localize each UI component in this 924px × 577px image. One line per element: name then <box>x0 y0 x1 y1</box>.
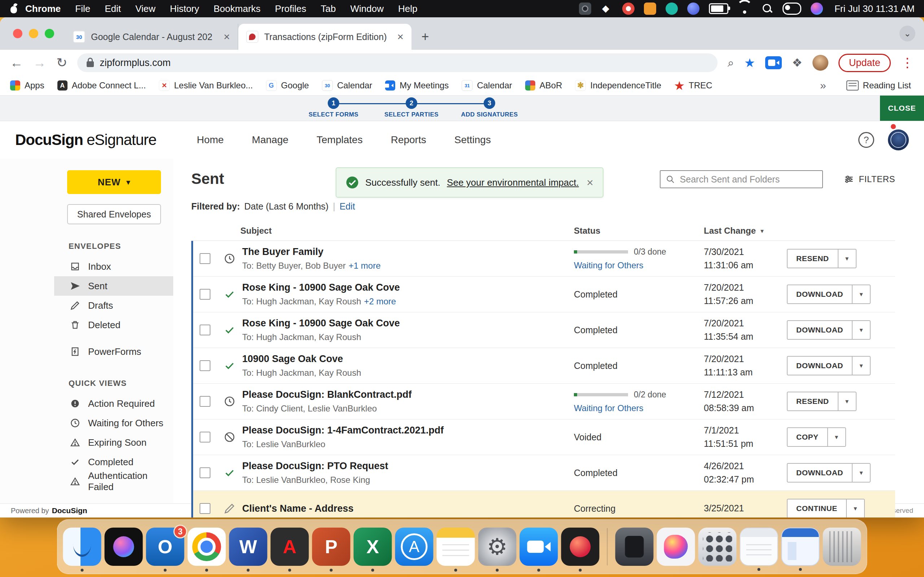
table-row[interactable]: Please DocuSign: 1-4FamContract.2021.pdf… <box>193 419 895 455</box>
app-store-dock-icon[interactable] <box>395 528 433 566</box>
facetime-dock-icon[interactable] <box>520 528 558 566</box>
nav-settings[interactable]: Settings <box>454 134 491 146</box>
row-checkbox[interactable] <box>200 360 210 371</box>
close-window-button[interactable] <box>13 29 23 38</box>
waiting-for-others-link[interactable]: Waiting for Others <box>574 403 704 413</box>
row-action-button-download[interactable]: DOWNLOAD <box>788 357 852 375</box>
chrome-dock-icon[interactable] <box>188 528 226 566</box>
wifi-icon[interactable] <box>738 3 751 15</box>
column-status[interactable]: Status <box>574 226 704 236</box>
search-input[interactable] <box>679 174 817 185</box>
bookmark-google[interactable]: Google <box>266 80 309 91</box>
edit-filter-link[interactable]: Edit <box>340 201 355 212</box>
bookmarks-overflow-icon[interactable]: » <box>820 79 826 92</box>
sidebar-item-powerforms[interactable]: PowerForms <box>54 342 173 361</box>
system-preferences-dock-icon[interactable] <box>478 528 517 566</box>
table-row[interactable]: Please DocuSign: PTO RequestTo: Leslie V… <box>193 455 895 491</box>
row-action-button-download[interactable]: DOWNLOAD <box>788 321 852 339</box>
reading-list-button[interactable]: Reading List <box>846 81 911 90</box>
toast-close-icon[interactable]: × <box>586 176 593 189</box>
bookmark-trec[interactable]: TREC <box>674 81 712 90</box>
teal-app-icon[interactable] <box>666 3 678 15</box>
environmental-impact-link[interactable]: See your environmental impact. <box>447 177 579 188</box>
table-row[interactable]: Rose King - 10900 Sage Oak CoveTo: Hugh … <box>193 277 895 312</box>
column-subject[interactable]: Subject <box>241 226 574 236</box>
paint-dock-icon[interactable] <box>657 528 695 566</box>
notes-dock-icon[interactable] <box>437 528 475 566</box>
battery-icon[interactable] <box>709 3 729 14</box>
outlook-dock-icon[interactable]: 3 <box>146 528 184 566</box>
zoom-icon[interactable]: ⌕ <box>728 56 734 69</box>
more-recipients-link[interactable]: +2 more <box>364 297 396 306</box>
bookmark-apps[interactable]: Apps <box>10 81 44 90</box>
bookmark-my-meetings[interactable]: My Meetings <box>385 81 449 90</box>
sidebar-item-deleted[interactable]: Deleted <box>54 315 173 335</box>
menu-edit[interactable]: Edit <box>105 3 121 15</box>
row-checkbox[interactable] <box>200 289 210 300</box>
zoom-window-button[interactable] <box>45 29 54 38</box>
forward-icon[interactable]: → <box>33 55 46 70</box>
sidebar-item-waiting-for-others[interactable]: Waiting for Others <box>54 413 173 433</box>
update-button[interactable]: Update <box>838 54 891 72</box>
profile-avatar[interactable] <box>813 55 828 71</box>
sidebar-item-expiring-soon[interactable]: Expiring Soon <box>54 433 173 452</box>
bookmark-star-icon[interactable]: ★ <box>744 56 755 70</box>
menu-file[interactable]: File <box>75 3 90 15</box>
table-row[interactable]: 10900 Sage Oak CoveTo: Hugh Jackman, Kay… <box>193 348 895 384</box>
sidebar-item-completed[interactable]: Completed <box>54 452 173 472</box>
url-text[interactable]: zipformplus.com <box>100 57 171 69</box>
nav-home[interactable]: Home <box>197 134 224 146</box>
row-action-menu-button[interactable]: ▾ <box>852 357 870 375</box>
bookmark-adobe-connect-l[interactable]: Adobe Connect L... <box>57 81 146 90</box>
new-button[interactable]: NEW <box>67 170 161 194</box>
nav-reports[interactable]: Reports <box>391 134 426 146</box>
close-button[interactable]: CLOSE <box>880 95 924 121</box>
row-action-menu-button[interactable]: ▾ <box>838 250 856 268</box>
spotlight-icon[interactable] <box>761 3 773 15</box>
row-checkbox[interactable] <box>200 396 210 407</box>
sidebar-item-inbox[interactable]: Inbox <box>54 257 173 276</box>
menu-tab[interactable]: Tab <box>321 3 336 15</box>
launchpad-dock-icon[interactable] <box>698 528 737 566</box>
shared-envelopes-button[interactable]: Shared Envelopes <box>67 204 161 224</box>
menu-view[interactable]: View <box>135 3 155 15</box>
new-tab-button[interactable]: + <box>417 28 434 45</box>
bookmark-calendar[interactable]: Calendar <box>322 80 372 91</box>
bookmark-calendar[interactable]: Calendar <box>462 80 512 91</box>
powerpoint-dock-icon[interactable] <box>312 528 351 566</box>
table-row[interactable]: The Buyer FamilyTo: Betty Buyer, Bob Buy… <box>193 241 895 277</box>
word-dock-icon[interactable] <box>229 528 267 566</box>
row-action-menu-button[interactable]: ▾ <box>852 321 870 339</box>
control-center-icon[interactable] <box>782 3 801 15</box>
filters-button[interactable]: FILTERS <box>844 174 895 184</box>
row-action-button-continue[interactable]: CONTINUE <box>788 500 846 517</box>
blue-app-icon[interactable] <box>687 3 699 15</box>
excel-dock-icon[interactable] <box>354 528 392 566</box>
minimize-window-button[interactable] <box>29 29 38 38</box>
lock-icon[interactable] <box>87 61 94 67</box>
row-checkbox[interactable] <box>200 467 210 478</box>
back-icon[interactable]: ← <box>10 55 23 70</box>
siri-icon[interactable] <box>811 3 823 15</box>
menubar-clock[interactable]: Fri Jul 30 11:31 AM <box>835 3 914 15</box>
address-bar[interactable]: zipformplus.com <box>77 53 717 72</box>
apple-icon[interactable] <box>10 3 18 14</box>
row-checkbox[interactable] <box>200 324 210 335</box>
window-sheet-dock-icon[interactable] <box>782 528 820 566</box>
row-action-button-resend[interactable]: RESEND <box>788 392 838 410</box>
extensions-icon[interactable]: ❖ <box>792 56 802 69</box>
nav-manage[interactable]: Manage <box>252 134 288 146</box>
menu-bookmarks[interactable]: Bookmarks <box>214 3 261 15</box>
table-row[interactable]: Rose King - 10900 Sage Oak CoveTo: Hugh … <box>193 312 895 348</box>
help-icon[interactable]: ? <box>858 132 874 148</box>
tab-search-button[interactable]: ⌄ <box>900 26 915 42</box>
meet-camera-icon[interactable] <box>765 56 782 69</box>
menu-window[interactable]: Window <box>350 3 383 15</box>
sidebar-item-sent[interactable]: Sent <box>54 276 173 296</box>
row-checkbox[interactable] <box>200 432 210 443</box>
screen-record-icon[interactable] <box>579 3 591 15</box>
row-checkbox[interactable] <box>200 253 210 264</box>
row-action-menu-button[interactable]: ▾ <box>852 464 870 482</box>
row-checkbox[interactable] <box>200 503 210 514</box>
menu-chrome[interactable]: Chrome <box>25 3 61 15</box>
